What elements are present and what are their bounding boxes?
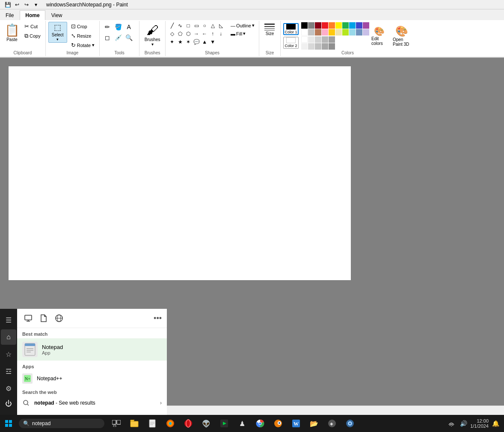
- qat-redo[interactable]: ↪: [22, 0, 31, 9]
- web-search-notepad[interactable]: notepad - See web results ›: [17, 396, 167, 409]
- color-extra-g5[interactable]: [308, 43, 314, 50]
- shape-rect[interactable]: □: [184, 22, 192, 30]
- shape-arrow-left[interactable]: ←: [201, 30, 208, 38]
- color-pink[interactable]: [322, 29, 328, 36]
- color-extra-g1[interactable]: [308, 36, 314, 43]
- shape-diamond[interactable]: ◇: [168, 30, 176, 38]
- search-action-globe[interactable]: [53, 312, 65, 324]
- color-gray[interactable]: [308, 22, 314, 29]
- sidebar-icon-history[interactable]: ☲: [1, 364, 16, 379]
- color2-button[interactable]: Color 2: [283, 37, 299, 49]
- color-green[interactable]: [342, 22, 349, 29]
- shape-star6[interactable]: ✶: [184, 38, 192, 46]
- color-extra-g8[interactable]: [329, 43, 335, 50]
- color-extra-w1[interactable]: [301, 36, 308, 43]
- sidebar-icon-starred[interactable]: ☆: [1, 346, 16, 362]
- cut-button[interactable]: ✂ Cut: [22, 22, 43, 31]
- shape-hexagon[interactable]: ⬡: [184, 30, 192, 38]
- color-brown[interactable]: [315, 29, 321, 36]
- rotate-button[interactable]: ↻ Rotate ▾: [69, 41, 97, 50]
- shape-rounded-rect[interactable]: ▭: [193, 22, 200, 30]
- taskbar-blender[interactable]: [270, 415, 287, 432]
- qat-save[interactable]: 💾: [3, 0, 12, 9]
- search-action-document[interactable]: [38, 312, 50, 324]
- paste-button[interactable]: 📋 Paste: [3, 22, 21, 44]
- color-extra-g3[interactable]: [322, 36, 328, 43]
- color-dark-red[interactable]: [315, 22, 321, 29]
- search-more-button[interactable]: •••: [154, 314, 162, 323]
- qat-undo[interactable]: ↩: [13, 0, 21, 9]
- color-light-yellow[interactable]: [335, 29, 342, 36]
- shape-triangle[interactable]: △: [209, 22, 216, 30]
- taskbar-app-unknown2[interactable]: [341, 415, 359, 432]
- shape-callout[interactable]: 💬: [193, 38, 200, 46]
- taskbar-chrome[interactable]: [252, 415, 269, 432]
- taskbar-task-view[interactable]: [108, 415, 125, 432]
- fill-button[interactable]: ▬ Fill ▾: [229, 30, 256, 37]
- taskbar-files[interactable]: 📂: [305, 415, 323, 432]
- color-extra-g6[interactable]: [315, 43, 321, 50]
- color-slate[interactable]: [356, 29, 362, 36]
- size-button[interactable]: Size: [263, 22, 276, 38]
- color-red[interactable]: [322, 22, 328, 29]
- tray-notification[interactable]: 🔔: [490, 418, 501, 429]
- crop-button[interactable]: ⊡ Crop: [69, 22, 97, 31]
- taskbar-search-input[interactable]: [32, 420, 83, 426]
- color-black[interactable]: [301, 22, 308, 29]
- color-orange[interactable]: [329, 22, 335, 29]
- qat-customize[interactable]: ▾: [32, 0, 40, 9]
- color-lavender[interactable]: [363, 29, 369, 36]
- color-lime[interactable]: [342, 29, 349, 36]
- color-yellow[interactable]: [335, 22, 342, 29]
- paint-canvas[interactable]: [9, 66, 351, 280]
- taskbar-word[interactable]: W: [288, 415, 305, 432]
- sidebar-icon-hamburger[interactable]: ☰: [1, 312, 16, 328]
- copy-button[interactable]: ⧉ Copy: [22, 31, 43, 41]
- color-blue[interactable]: [349, 22, 356, 29]
- eraser-tool[interactable]: ◻: [102, 33, 113, 43]
- shape-right-triangle[interactable]: ◺: [217, 22, 225, 30]
- select-button[interactable]: ⬚ Select ▾: [48, 22, 67, 43]
- color-extra-g2[interactable]: [315, 36, 321, 43]
- shape-scroll-down[interactable]: ▼: [209, 38, 216, 46]
- color-light-gray[interactable]: [308, 29, 314, 36]
- color-dark-blue[interactable]: [356, 22, 362, 29]
- tab-file[interactable]: File: [0, 10, 19, 20]
- tab-home[interactable]: Home: [20, 10, 45, 20]
- color-extra-w2[interactable]: [301, 43, 308, 50]
- shape-ellipse[interactable]: ○: [201, 22, 208, 30]
- shape-pentagon[interactable]: ⬠: [176, 30, 184, 38]
- text-tool[interactable]: A: [124, 22, 134, 32]
- color-purple[interactable]: [363, 22, 369, 29]
- fill-tool[interactable]: 🪣: [113, 22, 123, 32]
- color-extra-g4[interactable]: [329, 36, 335, 43]
- color1-button[interactable]: Color 1: [283, 23, 299, 35]
- color-light-blue[interactable]: [349, 29, 356, 36]
- taskbar-firefox[interactable]: [162, 415, 179, 432]
- color-gold[interactable]: [329, 29, 335, 36]
- taskbar-app-unknown1[interactable]: ◈: [323, 415, 341, 432]
- best-match-notepad[interactable]: Notepad App: [17, 338, 167, 361]
- outline-button[interactable]: — Outline ▾: [229, 22, 256, 29]
- shape-scroll-up[interactable]: ▲: [201, 38, 208, 46]
- color-white[interactable]: [301, 29, 308, 36]
- search-action-monitor[interactable]: [22, 312, 34, 324]
- tray-network[interactable]: [446, 418, 457, 429]
- tab-view[interactable]: View: [46, 10, 68, 20]
- tray-volume[interactable]: 🔊: [458, 418, 468, 429]
- sidebar-icon-power[interactable]: ⏻: [1, 396, 16, 411]
- resize-button[interactable]: ⤡ Resize: [69, 31, 97, 40]
- taskbar-notepad[interactable]: [144, 415, 161, 432]
- open-paint3d-button[interactable]: 🎨 Open Paint 3D: [391, 24, 412, 48]
- edit-colors-button[interactable]: 🎨 Edit colors: [370, 25, 389, 47]
- sidebar-icon-settings[interactable]: ⚙: [1, 381, 16, 396]
- taskbar-alienware[interactable]: 👽: [198, 415, 215, 432]
- start-button[interactable]: [0, 415, 17, 432]
- pencil-tool[interactable]: ✏: [102, 22, 113, 32]
- sidebar-icon-home[interactable]: ⌂: [1, 329, 16, 345]
- shape-arrow-up[interactable]: ↑: [209, 30, 216, 38]
- shape-curve[interactable]: ∿: [176, 22, 184, 30]
- shape-line[interactable]: ╱: [168, 22, 176, 30]
- magnify-tool[interactable]: 🔍: [124, 33, 134, 43]
- shape-star4[interactable]: ✦: [168, 38, 176, 46]
